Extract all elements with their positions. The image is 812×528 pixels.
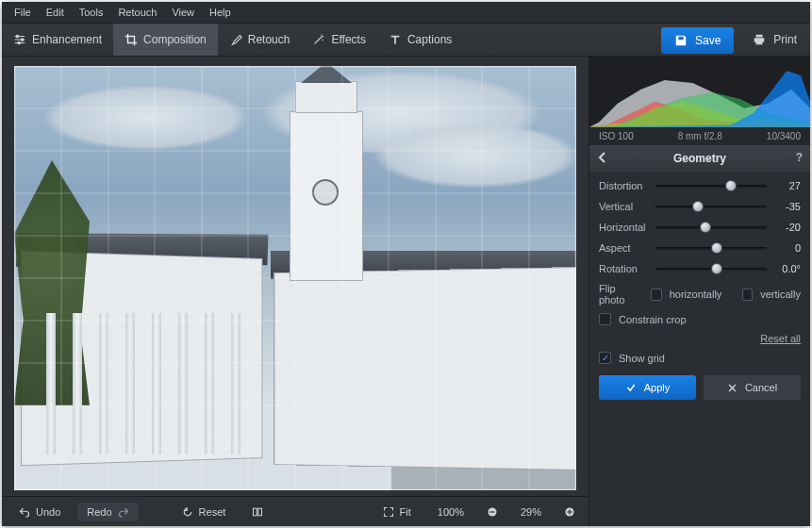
save-label: Save	[695, 34, 721, 47]
zoom-value-label: 29%	[521, 506, 541, 518]
slider-rotation: Rotation 0.0°	[599, 262, 801, 275]
back-button[interactable]	[597, 151, 608, 167]
print-button[interactable]: Print	[739, 24, 810, 56]
print-label: Print	[773, 33, 797, 46]
shutter-value: 10/3400	[767, 131, 801, 141]
flip-horizontal-checkbox[interactable]	[651, 289, 662, 301]
panel-header: Geometry ?	[589, 145, 810, 172]
svg-rect-27	[489, 511, 494, 512]
apply-label: Apply	[644, 382, 671, 393]
undo-button[interactable]: Undo	[9, 503, 70, 521]
canvas-area: Undo Redo Reset Fit	[2, 57, 588, 526]
tab-composition[interactable]: Composition	[113, 24, 218, 56]
zoom-in-button[interactable]	[558, 503, 581, 521]
show-grid-checkbox[interactable]	[599, 352, 611, 364]
slider-distortion: Distortion 27	[599, 179, 801, 192]
tab-label: Retouch	[248, 33, 290, 46]
svg-point-2	[18, 41, 20, 43]
svg-rect-30	[569, 509, 570, 514]
image-canvas[interactable]	[14, 66, 576, 490]
zoom-100-button[interactable]: 100%	[428, 503, 473, 521]
horizontal-slider[interactable]	[655, 221, 767, 234]
save-button[interactable]: Save	[661, 27, 734, 54]
fit-label: Fit	[400, 506, 411, 518]
menu-file[interactable]: File	[8, 5, 38, 20]
show-grid-row: Show grid	[599, 352, 801, 364]
iso-value: ISO 100	[599, 131, 634, 141]
constrain-crop-checkbox[interactable]	[599, 313, 611, 325]
aspect-value: 0	[772, 242, 801, 254]
menu-retouch[interactable]: Retouch	[111, 5, 163, 20]
svg-point-0	[16, 35, 18, 37]
zoom-out-button[interactable]	[481, 503, 504, 521]
slider-aspect: Aspect 0	[599, 241, 801, 255]
horizontal-label: Horizontal	[599, 222, 650, 233]
cancel-label: Cancel	[745, 382, 777, 393]
cancel-button[interactable]: Cancel	[704, 375, 801, 400]
flip-vertical-checkbox[interactable]	[742, 289, 754, 301]
menu-tools[interactable]: Tools	[73, 5, 110, 20]
svg-rect-24	[254, 508, 257, 516]
save-icon	[674, 34, 688, 47]
vertical-value: -35	[772, 201, 801, 212]
help-button[interactable]: ?	[796, 151, 803, 164]
rotation-label: Rotation	[599, 263, 650, 274]
lens-value: 8 mm f/2.8	[678, 131, 722, 141]
text-icon	[389, 33, 402, 46]
tab-captions[interactable]: Captions	[377, 24, 463, 56]
aspect-label: Aspect	[599, 242, 650, 254]
tab-label: Effects	[331, 33, 365, 46]
sliders-icon	[13, 33, 26, 46]
tab-effects[interactable]: Effects	[301, 24, 376, 56]
flip-horizontal-label: horizontally	[670, 289, 722, 300]
rotation-value: 0.0°	[772, 263, 801, 274]
reset-button[interactable]: Reset	[173, 503, 236, 521]
slider-horizontal: Horizontal -20	[599, 221, 801, 234]
crop-icon	[124, 33, 138, 46]
tab-retouch[interactable]: Retouch	[218, 24, 302, 56]
redo-label: Redo	[87, 506, 111, 518]
reset-all-link[interactable]: Reset all	[599, 333, 801, 344]
panel-title: Geometry	[673, 152, 726, 165]
distortion-slider[interactable]	[655, 179, 767, 192]
main-area: Undo Redo Reset Fit	[2, 57, 810, 526]
vertical-slider[interactable]	[655, 200, 767, 213]
redo-button[interactable]: Redo	[77, 503, 138, 521]
tab-label: Composition	[143, 33, 207, 46]
tab-enhancement[interactable]: Enhancement	[2, 24, 113, 56]
distortion-label: Distortion	[599, 180, 650, 191]
flip-label: Flip photo	[599, 283, 643, 305]
tab-label: Captions	[407, 33, 452, 46]
menubar: File Edit Tools Retouch View Help	[2, 2, 810, 23]
distortion-value: 27	[772, 180, 801, 191]
horizontal-value: -20	[772, 222, 801, 233]
svg-rect-25	[258, 508, 262, 516]
compare-button[interactable]	[242, 503, 273, 521]
menu-view[interactable]: View	[165, 5, 201, 20]
rotation-slider[interactable]	[655, 262, 767, 275]
apply-button[interactable]: Apply	[599, 375, 696, 400]
image-meta: ISO 100 8 mm f/2.8 10/3400	[589, 127, 810, 145]
app-window: File Edit Tools Retouch View Help Enhanc…	[2, 2, 810, 526]
slider-vertical: Vertical -35	[599, 200, 801, 213]
aspect-slider[interactable]	[655, 241, 767, 255]
toolbar: Enhancement Composition Retouch Effects …	[2, 23, 810, 57]
menu-help[interactable]: Help	[203, 5, 238, 20]
zoom-100-label: 100%	[438, 506, 464, 518]
flip-vertical-label: vertically	[760, 289, 801, 300]
constrain-crop-label: Constrain crop	[619, 314, 687, 325]
reset-label: Reset	[199, 506, 226, 518]
histogram	[589, 57, 810, 127]
zoom-value[interactable]: 29%	[511, 503, 551, 521]
side-panel: ISO 100 8 mm f/2.8 10/3400 Geometry ? Di…	[588, 57, 810, 526]
show-grid-label: Show grid	[619, 353, 665, 364]
wand-icon	[312, 33, 325, 46]
svg-point-1	[21, 39, 23, 41]
constrain-row: Constrain crop	[599, 313, 801, 325]
tab-label: Enhancement	[32, 33, 102, 46]
menu-edit[interactable]: Edit	[40, 5, 71, 20]
panel-controls: Distortion 27 Vertical -35 Horizontal -2…	[589, 172, 810, 407]
bottom-bar: Undo Redo Reset Fit	[2, 496, 588, 526]
fit-button[interactable]: Fit	[373, 503, 421, 521]
flip-row: Flip photo horizontally vertically	[599, 283, 801, 305]
